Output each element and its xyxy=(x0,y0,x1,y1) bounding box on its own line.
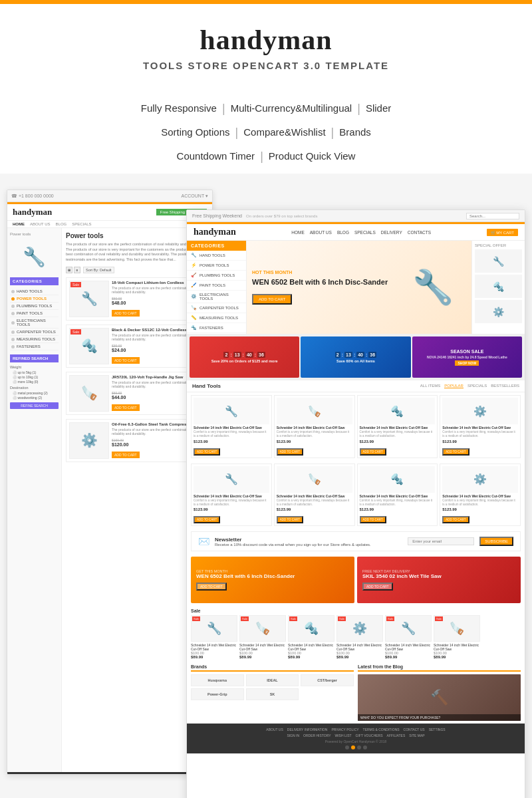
tab-specials[interactable]: SPECIALS xyxy=(467,384,487,388)
hero-add-to-cart-button[interactable]: ADD TO CART xyxy=(252,294,292,305)
p-card-btn-1[interactable]: ADD TO CART xyxy=(194,448,220,456)
footer-right-about[interactable]: ABOUT US xyxy=(266,728,283,732)
sidebar-category-powertools[interactable]: POWER TOOLS xyxy=(10,295,59,303)
newsletter-email-input[interactable] xyxy=(408,537,474,545)
right-cart-button[interactable]: 🛒 MY CART xyxy=(487,229,518,236)
footer-right-orders[interactable]: ORDER HISTORY xyxy=(303,733,331,737)
sidebar-category-carpenter[interactable]: CARPENTER TOOLS xyxy=(10,329,59,336)
sale-img-6: 🪚Sale xyxy=(434,615,480,642)
sidebar-category-electricians[interactable]: ELECTRICIANS TOOLS xyxy=(10,317,59,329)
banner-season-sale[interactable]: SEASON SALE NOVA 24146 16241 inch by 24.… xyxy=(412,336,522,378)
banner-sale-1[interactable]: 2: 13: 40: 36 Save 20% on Orders of $125… xyxy=(190,336,299,378)
tab-bestsellers[interactable]: BESTSELLERS xyxy=(491,384,519,388)
blog-img[interactable]: 🔨 WHAT DO YOU EXPECT FROM YOUR PURCHASE? xyxy=(358,674,521,721)
tab-popular[interactable]: POPULAR xyxy=(444,384,464,388)
right-nav-blog[interactable]: BLOG xyxy=(337,230,349,235)
add-to-cart-btn-4[interactable]: ADD TO CART xyxy=(112,452,140,458)
hero-text: HOT THIS MONTH WEN 6502 Belt with 6 Inch… xyxy=(252,270,400,304)
left-nav-specials[interactable]: SPECIALS xyxy=(72,222,91,226)
p-card-btn-6[interactable]: ADD TO CART xyxy=(277,516,303,523)
footer-right-gifts[interactable]: GIFT VOUCHERS xyxy=(356,733,383,737)
right-nav-specials[interactable]: SPECIALS xyxy=(354,230,376,235)
left-footer: ABOUT US DELIVERY INFORMATION PRIVACY PO… xyxy=(7,772,212,775)
sidebar-category-plumbing[interactable]: PLUMBING TOOLS xyxy=(10,303,59,310)
special-product-2[interactable]: 🔩 xyxy=(475,275,522,298)
add-to-cart-btn-2[interactable]: ADD TO CART xyxy=(112,357,140,364)
left-nav-blog[interactable]: BLOG xyxy=(56,222,67,226)
footer-link-about[interactable]: ABOUT US xyxy=(14,774,31,775)
banner-sale-2[interactable]: 2: 13: 40: 36 Save 60% on All Items xyxy=(301,336,410,378)
refine-dest-opt2[interactable]: ⚪ woodworking (2) xyxy=(13,396,59,400)
sale-img-3: 🔩Sale xyxy=(288,615,334,642)
sidebar-category-measuring[interactable]: MEASURING TOOLS xyxy=(10,336,59,343)
hero-cat-electricians[interactable]: ⚙️ ELECTRICIANS TOOLS xyxy=(187,291,246,303)
brand-ideal[interactable]: IDEAL xyxy=(246,674,299,686)
refine-search-button[interactable]: REFINE SEARCH xyxy=(10,402,59,409)
sale-title: Sale xyxy=(191,608,521,613)
footer-right-sitemap[interactable]: SITE MAP xyxy=(409,733,424,737)
footer-link-signin[interactable]: SIGN IN xyxy=(128,774,141,775)
p-card-btn-3[interactable]: ADD TO CART xyxy=(360,448,386,456)
footer-dot-2-active[interactable] xyxy=(351,745,355,749)
footer-right-privacy[interactable]: PRIVACY POLICY xyxy=(331,728,358,732)
footer-dot-4[interactable] xyxy=(363,745,367,749)
add-to-cart-btn-1[interactable]: ADD TO CART xyxy=(112,310,140,317)
footer-dot-3[interactable] xyxy=(357,745,361,749)
brand-husqvarna[interactable]: Husqvarna xyxy=(191,674,244,686)
add-to-cart-btn-3[interactable]: ADD TO CART xyxy=(112,404,140,411)
left-nav-home[interactable]: HOME xyxy=(13,222,25,226)
refine-dest-opt1[interactable]: ⚪ metal processing (2) xyxy=(13,391,59,395)
special-product-3[interactable]: ⚙️ xyxy=(475,300,522,323)
sale-badge-sm-3: Sale xyxy=(289,616,297,621)
sort-select[interactable]: Sort By: Default xyxy=(83,267,114,273)
special-product-1[interactable]: 🔧 xyxy=(475,249,522,273)
feat-banner-1-btn[interactable]: ADD TO CART xyxy=(196,583,227,591)
p-card-btn-2[interactable]: ADD TO CART xyxy=(277,448,303,456)
right-search-input[interactable] xyxy=(466,213,519,219)
season-sale-shopnow[interactable]: SHOP NOW xyxy=(455,360,479,366)
newsletter-subscribe-button[interactable]: SUBSCRIBE xyxy=(479,537,513,546)
brand-cst[interactable]: CST/berger xyxy=(301,674,354,686)
feature-quickview: Product Quick View xyxy=(269,146,356,166)
brand-sk[interactable]: SK xyxy=(246,688,299,700)
right-nav-contacts[interactable]: CONTACTS xyxy=(408,230,431,235)
p-card-btn-4[interactable]: ADD TO CART xyxy=(442,448,469,456)
refine-weight-opt2[interactable]: ⚪ up to 10kg (1) xyxy=(13,375,59,379)
brand-powergrip[interactable]: Power-Grip xyxy=(191,688,244,700)
left-nav-about[interactable]: ABOUT US xyxy=(30,222,51,226)
p-card-btn-8[interactable]: ADD TO CART xyxy=(442,516,469,523)
footer-right-delivery[interactable]: DELIVERY INFORMATION xyxy=(287,728,328,732)
footer-right-contact[interactable]: CONTACT US xyxy=(404,728,425,732)
refine-weight-opt3[interactable]: ⚪ more 10kg (0) xyxy=(13,380,59,384)
right-nav-delivery[interactable]: DELIVERY xyxy=(381,230,402,235)
refine-weight-opt1[interactable]: ⚪ up to 5kg (1) xyxy=(13,370,59,374)
footer-link-orders[interactable]: ORDER HISTORY xyxy=(151,774,179,775)
footer-right-settings[interactable]: SETTINGS xyxy=(429,728,446,732)
right-nav-home[interactable]: HOME xyxy=(291,230,305,235)
footer-link-privacy[interactable]: PRIVACY POLICY xyxy=(91,774,118,775)
tab-all-items[interactable]: ALL ITEMS xyxy=(420,384,440,388)
footer-link-delivery[interactable]: DELIVERY INFORMATION xyxy=(41,774,82,775)
hero-cat-carpenter[interactable]: 🪚 CARPENTER TOOLS xyxy=(187,303,246,313)
grid-view-icon[interactable]: ⊞ xyxy=(66,267,72,273)
hero-cat-power[interactable]: ⚡ POWER TOOLS xyxy=(187,261,246,271)
hero-cat-plumbing[interactable]: 🪠 PLUMBING TOOLS xyxy=(187,271,246,281)
sidebar-category-paint[interactable]: PAINT TOOLS xyxy=(10,310,59,317)
footer-right-wishlist[interactable]: WISH LIST xyxy=(335,733,352,737)
sidebar-category-handtools[interactable]: HAND TOOLS xyxy=(10,288,59,295)
p-card-btn-5[interactable]: ADD TO CART xyxy=(194,516,220,523)
list-view-icon[interactable]: ≡ xyxy=(74,267,80,273)
hero-cat-hand[interactable]: 🔧 HAND TOOLS xyxy=(187,251,246,261)
p-card-btn-7[interactable]: ADD TO CART xyxy=(360,516,386,523)
hero-cat-paint[interactable]: 🖌️ PAINT TOOLS xyxy=(187,281,246,291)
right-nav-about[interactable]: ABOUT US xyxy=(310,230,332,235)
feat-banner-2-btn[interactable]: ADD TO CART xyxy=(362,583,393,591)
sale-price-now-6: $89.99 xyxy=(434,655,480,659)
footer-dot-1[interactable] xyxy=(345,745,349,749)
footer-right-affiliates[interactable]: AFFILIATES xyxy=(387,733,406,737)
hero-cat-measuring[interactable]: 📏 MEASURING TOOLS xyxy=(187,313,246,323)
hero-cat-fasteners[interactable]: 🔩 FASTENERS xyxy=(187,323,246,333)
footer-right-signin[interactable]: SIGN IN xyxy=(287,733,299,737)
sidebar-category-fasteners[interactable]: FASTENERS xyxy=(10,343,59,350)
footer-right-terms[interactable]: TERMS & CONDITIONS xyxy=(363,728,400,732)
